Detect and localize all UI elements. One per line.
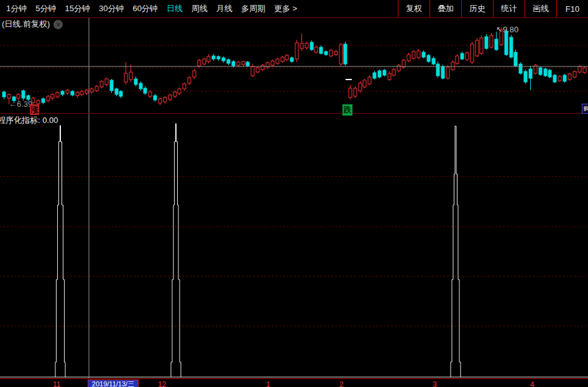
candle-body bbox=[242, 61, 245, 65]
candle-body bbox=[271, 61, 274, 65]
candle-body bbox=[392, 70, 395, 75]
candle-body bbox=[178, 89, 181, 93]
month-label-3: 2 bbox=[339, 380, 344, 387]
candle-body bbox=[461, 53, 464, 59]
candle-body bbox=[553, 75, 556, 82]
candle-body bbox=[422, 52, 425, 57]
indicator-label: 程序化指标: 0.00 bbox=[0, 115, 58, 126]
candle-body bbox=[436, 64, 439, 76]
month-label-5: 4 bbox=[530, 380, 535, 387]
candle-body bbox=[510, 37, 513, 57]
candle-body bbox=[319, 47, 323, 53]
candle-body bbox=[2, 92, 6, 97]
candle-body bbox=[402, 60, 405, 67]
candle-body bbox=[300, 43, 303, 48]
candle-body bbox=[217, 57, 220, 59]
candle-body bbox=[37, 101, 40, 104]
indicator-name: 程序化指标: bbox=[0, 116, 40, 125]
indicator-spike bbox=[451, 126, 461, 377]
down-signal-badge: 跌 bbox=[342, 104, 352, 116]
candle-body bbox=[466, 53, 469, 60]
candle-body bbox=[246, 62, 249, 66]
candle-body bbox=[315, 47, 318, 52]
indicator-spike bbox=[55, 125, 65, 377]
candle-body bbox=[529, 69, 532, 78]
month-label-2: 1 bbox=[266, 380, 270, 387]
candle-body bbox=[66, 90, 69, 93]
candle-body bbox=[305, 43, 308, 48]
candle-body bbox=[222, 58, 225, 61]
candle-body bbox=[397, 65, 400, 71]
candle-body bbox=[7, 94, 11, 98]
candle-body bbox=[295, 43, 298, 59]
candle-body bbox=[193, 71, 196, 77]
candle-body bbox=[124, 73, 127, 82]
chart-header: (日线.前复权) ∨ bbox=[2, 19, 63, 30]
candle-body bbox=[383, 70, 386, 75]
candle-body bbox=[417, 51, 420, 58]
candle-body bbox=[110, 80, 113, 91]
candle-body bbox=[344, 44, 347, 64]
candle-body bbox=[505, 31, 508, 55]
candle-body bbox=[368, 77, 371, 84]
candle-body bbox=[232, 61, 235, 66]
candle-body bbox=[76, 93, 79, 96]
chart-title: (日线.前复权) bbox=[2, 19, 50, 30]
candle-body bbox=[388, 73, 391, 80]
candle-body bbox=[212, 56, 215, 59]
buy-corner-badge[interactable]: 购 bbox=[582, 104, 588, 114]
candle-body bbox=[378, 71, 381, 77]
candle-body bbox=[475, 40, 479, 56]
candle-body bbox=[168, 95, 172, 99]
candle-body bbox=[105, 79, 108, 84]
candle-body bbox=[22, 91, 25, 98]
candle-body bbox=[558, 76, 561, 81]
candle-body bbox=[329, 50, 333, 56]
candle-body bbox=[207, 57, 210, 61]
candle-body bbox=[227, 60, 230, 63]
candle-body bbox=[134, 79, 137, 84]
candle-body bbox=[129, 72, 132, 80]
candle-body bbox=[154, 96, 157, 100]
candle-body bbox=[490, 35, 493, 47]
candle-body bbox=[47, 96, 50, 101]
candle-body bbox=[163, 98, 167, 102]
candle-body bbox=[485, 37, 488, 48]
indicator-value: 0.00 bbox=[42, 116, 58, 125]
month-label-4: 3 bbox=[433, 380, 437, 387]
indicator-spike bbox=[171, 124, 181, 377]
chevron-down-icon[interactable]: ∨ bbox=[53, 20, 63, 29]
chart-canvas bbox=[0, 0, 588, 387]
candle-body bbox=[349, 88, 352, 98]
date-axis[interactable]: 2019/11/13/三 11121234 bbox=[0, 379, 588, 387]
candle-body bbox=[514, 52, 517, 66]
candle-body bbox=[237, 62, 240, 65]
candle-body bbox=[363, 80, 366, 87]
month-label-1: 12 bbox=[158, 380, 166, 387]
candle-body bbox=[261, 65, 264, 70]
candle-body bbox=[188, 78, 191, 83]
chart-indicator-divider bbox=[0, 113, 588, 114]
selected-date-label: 2019/11/13/三 bbox=[88, 380, 139, 387]
candle-body bbox=[17, 94, 20, 98]
candle-body bbox=[310, 42, 313, 50]
candle-body bbox=[51, 94, 54, 98]
candle-body bbox=[119, 91, 122, 96]
candle-body bbox=[149, 92, 152, 96]
candle-body bbox=[412, 52, 415, 58]
candle-body bbox=[183, 84, 186, 89]
candle-body bbox=[451, 62, 454, 70]
up-signal-badge: 涨 bbox=[30, 104, 39, 115]
candle-body bbox=[285, 55, 288, 60]
candle-body bbox=[339, 45, 342, 64]
dash-marker bbox=[346, 79, 352, 80]
candle-body bbox=[173, 92, 177, 96]
low-price-label: ←6.39 bbox=[9, 99, 32, 109]
candle-body bbox=[456, 56, 459, 63]
candle-body bbox=[203, 59, 206, 64]
candle-body bbox=[495, 39, 498, 50]
candle-body bbox=[544, 69, 547, 76]
candle-body bbox=[56, 93, 59, 97]
candle-body bbox=[568, 74, 571, 80]
high-price-label: ↖9.80 bbox=[496, 25, 518, 34]
